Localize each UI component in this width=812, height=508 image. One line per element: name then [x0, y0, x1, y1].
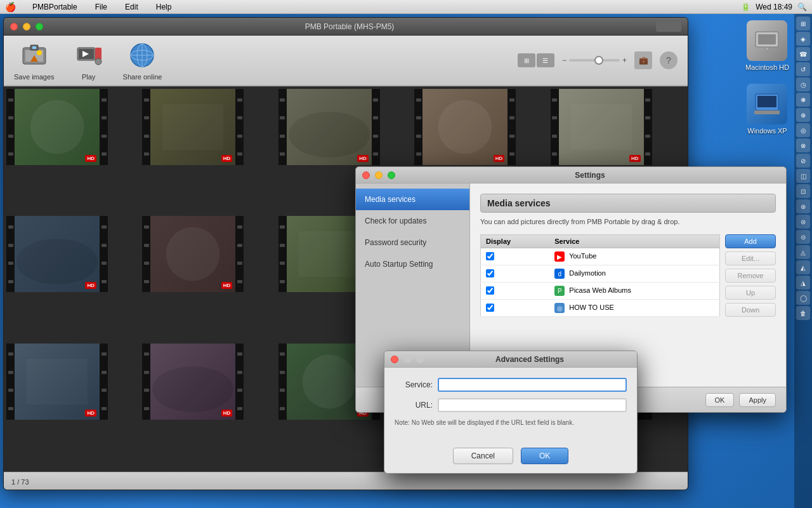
- zoom-in-icon[interactable]: +: [622, 56, 627, 65]
- dock-icon-20[interactable]: 🗑: [796, 306, 810, 320]
- thumbnail-5[interactable]: HD: [551, 89, 652, 165]
- thumbnail-11[interactable]: HD: [6, 344, 108, 420]
- howtouse-checkbox-cell[interactable]: [481, 300, 550, 317]
- thumbnail-4[interactable]: HD: [414, 89, 516, 165]
- url-input[interactable]: [438, 398, 627, 412]
- thumbnail-2[interactable]: HD: [142, 89, 244, 165]
- dock-icon-10[interactable]: ⊘: [796, 154, 810, 168]
- help-button[interactable]: ?: [660, 51, 678, 69]
- close-button[interactable]: [10, 23, 18, 30]
- save-images-label: Save images: [14, 73, 55, 81]
- zoom-out-icon[interactable]: −: [562, 56, 566, 65]
- svg-point-2: [765, 47, 769, 51]
- app-menu-file[interactable]: File: [91, 3, 111, 11]
- dock-icon-18[interactable]: ◮: [796, 276, 810, 290]
- nav-item-check-updates[interactable]: Check for updates: [356, 210, 469, 232]
- dock-icon-14[interactable]: ⊜: [796, 215, 810, 229]
- dock-icon-9[interactable]: ⊗: [796, 138, 810, 152]
- search-icon[interactable]: 🔍: [797, 3, 807, 11]
- zoom-slider[interactable]: [569, 59, 620, 62]
- picasa-checkbox[interactable]: [486, 286, 494, 295]
- nav-item-auto-startup[interactable]: Auto Startup Setting: [356, 253, 469, 275]
- pmb-window-title: PMB Portable (MHS-PM5): [48, 22, 651, 31]
- add-button[interactable]: Add: [725, 234, 776, 248]
- howtouse-checkbox[interactable]: [486, 304, 494, 312]
- settings-minimize-button[interactable]: [375, 171, 383, 179]
- dailymotion-checkbox[interactable]: [486, 269, 494, 277]
- status-count: 1 / 73: [11, 478, 29, 486]
- app-menu-help[interactable]: Help: [152, 3, 176, 11]
- desktop-icon-windows-xp[interactable]: Windows XP: [747, 84, 787, 135]
- grid-view-button[interactable]: ⊞: [518, 53, 535, 67]
- advanced-cancel-button[interactable]: Cancel: [453, 448, 513, 464]
- picasa-checkbox-cell[interactable]: [481, 283, 550, 300]
- maximize-button[interactable]: [36, 23, 43, 30]
- minimize-button[interactable]: [23, 23, 30, 30]
- service-row: Service:: [395, 378, 627, 392]
- dock: ⊞ ◈ ☎ ↺ ◷ ❋ ⊕ ◎ ⊗ ⊘ ◫ ⊡ ⊛ ⊜ ⊝ ◬ ◭ ◮ ◯ 🗑: [794, 14, 812, 508]
- play-button[interactable]: Play: [70, 40, 108, 81]
- remove-button[interactable]: Remove: [725, 269, 776, 283]
- dock-icon-7[interactable]: ⊕: [796, 108, 810, 122]
- dock-icon-4[interactable]: ↺: [796, 62, 810, 76]
- thumbnail-3[interactable]: HD: [278, 89, 380, 165]
- nav-item-password-security[interactable]: Password security: [356, 232, 469, 253]
- advanced-dialog-body: Service: URL: Note: No Web site will be …: [384, 368, 637, 445]
- battery-icon: 🔋: [741, 3, 750, 11]
- dock-icon-15[interactable]: ⊝: [796, 230, 810, 244]
- dock-icon-17[interactable]: ◭: [796, 260, 810, 274]
- share-online-button[interactable]: Share online: [123, 40, 162, 81]
- dailymotion-name-cell: d Dailymotion: [549, 265, 719, 283]
- app-menu-pmb[interactable]: PMBPortable: [29, 3, 81, 11]
- nav-item-media-services[interactable]: Media services: [356, 189, 469, 210]
- dock-icon-16[interactable]: ◬: [796, 245, 810, 259]
- play-icon: [74, 40, 104, 70]
- window-resize-button[interactable]: [656, 22, 681, 32]
- advanced-min-button[interactable]: [403, 356, 411, 363]
- thumbnail-12[interactable]: HD: [142, 344, 244, 420]
- settings-maximize-button[interactable]: [388, 171, 395, 179]
- dock-icon-5[interactable]: ◷: [796, 77, 810, 91]
- youtube-checkbox[interactable]: [486, 252, 494, 260]
- thumbnail-7[interactable]: HD: [142, 216, 244, 292]
- advanced-ok-button[interactable]: OK: [521, 448, 568, 464]
- list-view-button[interactable]: ☰: [537, 53, 554, 67]
- col-service: Service: [549, 235, 719, 248]
- desktop-icon-macintosh-hd[interactable]: Macintosh HD: [745, 20, 789, 71]
- pmb-toolbar: Save images Play: [4, 36, 688, 86]
- dock-icon-12[interactable]: ⊡: [796, 184, 810, 198]
- dock-icon-2[interactable]: ◈: [796, 32, 810, 46]
- down-button[interactable]: Down: [725, 303, 776, 317]
- youtube-checkbox-cell[interactable]: [481, 248, 550, 265]
- windows-xp-icon: [747, 84, 787, 124]
- settings-description: You can add pictures directly from PMB P…: [480, 218, 776, 225]
- save-images-button[interactable]: Save images: [14, 40, 55, 81]
- settings-ok-button[interactable]: OK: [705, 393, 735, 407]
- dailymotion-checkbox-cell[interactable]: [481, 265, 550, 283]
- advanced-close-button[interactable]: [391, 356, 398, 363]
- dock-icon-3[interactable]: ☎: [796, 47, 810, 61]
- settings-close-button[interactable]: [362, 171, 370, 179]
- up-button[interactable]: Up: [725, 286, 776, 300]
- dock-icon-8[interactable]: ◎: [796, 123, 810, 137]
- svg-point-23: [289, 112, 370, 157]
- thumbnail-6[interactable]: HD: [6, 216, 108, 292]
- dock-icon-13[interactable]: ⊛: [796, 199, 810, 213]
- dock-icon-11[interactable]: ◫: [796, 169, 810, 183]
- svg-point-26: [16, 239, 98, 284]
- dock-icon-1[interactable]: ⊞: [796, 17, 810, 30]
- svg-rect-1: [758, 34, 776, 44]
- settings-apply-button[interactable]: Apply: [739, 393, 776, 407]
- svg-point-8: [37, 50, 42, 55]
- youtube-name-cell: ▶ YouTube: [549, 248, 719, 265]
- thumbnail-1[interactable]: HD: [6, 89, 108, 165]
- advanced-max-button[interactable]: [416, 356, 424, 363]
- edit-button[interactable]: Edit...: [725, 251, 776, 265]
- briefcase-button[interactable]: 💼: [634, 51, 652, 69]
- dock-icon-6[interactable]: ❋: [796, 93, 810, 107]
- service-input[interactable]: [438, 378, 627, 392]
- apple-menu[interactable]: 🍎: [5, 2, 16, 12]
- col-display: Display: [481, 235, 550, 248]
- app-menu-edit[interactable]: Edit: [121, 3, 142, 11]
- dock-icon-19[interactable]: ◯: [796, 291, 810, 305]
